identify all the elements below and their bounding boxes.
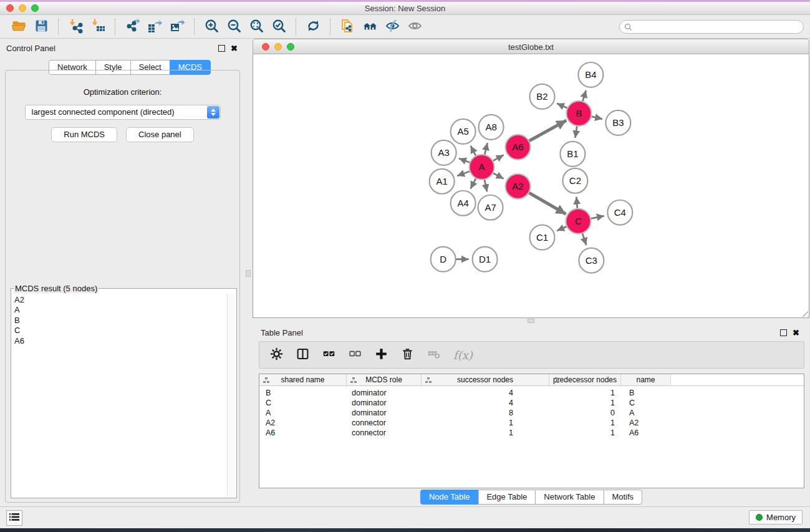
- table-row[interactable]: Bdominator41B: [259, 389, 804, 399]
- table-cell[interactable]: 4: [422, 389, 549, 399]
- zoom-selected-button[interactable]: [268, 17, 290, 36]
- table-cell[interactable]: 0: [549, 409, 621, 418]
- graph-edge-B-B1[interactable]: [575, 126, 577, 138]
- table-row[interactable]: A2connector11A2: [259, 418, 804, 428]
- tab-motifs[interactable]: Motifs: [603, 490, 642, 505]
- column-header-MCDS-role[interactable]: MCDS role: [347, 374, 422, 385]
- float-panel-icon[interactable]: [218, 45, 225, 52]
- search-input[interactable]: [632, 21, 803, 32]
- delete-column-button[interactable]: [401, 346, 414, 364]
- close-panel-icon[interactable]: ✖: [231, 45, 238, 52]
- graph-edge-A2-C[interactable]: [529, 193, 566, 214]
- show-column-button[interactable]: [296, 346, 309, 364]
- zoom-out-button[interactable]: [223, 17, 245, 36]
- result-item[interactable]: C: [14, 326, 224, 336]
- optimization-criterion-select[interactable]: largest connected component (directed): [25, 105, 221, 120]
- graph-edge-A-A4[interactable]: [471, 178, 476, 189]
- table-cell[interactable]: A6: [259, 428, 347, 438]
- graph-edge-B-B4[interactable]: [582, 90, 586, 102]
- column-header-predecessor-nodes[interactable]: predecessor nodes: [549, 374, 621, 385]
- graph-edge-B-B3[interactable]: [591, 117, 602, 119]
- delete-table-button[interactable]: [427, 346, 440, 364]
- hide-selected-button[interactable]: [381, 17, 403, 36]
- refresh-button[interactable]: [302, 17, 324, 36]
- graph-edge-C-C1[interactable]: [557, 226, 567, 231]
- table-cell[interactable]: 8: [422, 409, 549, 418]
- export-network-button[interactable]: [121, 17, 143, 36]
- table-cell[interactable]: A: [259, 409, 347, 418]
- open-file-button[interactable]: [7, 17, 30, 36]
- table-row[interactable]: A6connector11A6: [259, 428, 804, 438]
- close-panel-icon[interactable]: ✖: [793, 329, 799, 336]
- mcds-result-list[interactable]: A2 A B C A6: [12, 294, 226, 496]
- memory-button[interactable]: Memory: [749, 510, 803, 525]
- graph-edge-A-A8[interactable]: [485, 143, 487, 155]
- close-panel-button[interactable]: Close panel: [126, 127, 194, 142]
- export-table-button[interactable]: [143, 17, 166, 36]
- float-panel-icon[interactable]: [780, 329, 787, 336]
- tab-network-table[interactable]: Network Table: [535, 490, 604, 505]
- table-cell[interactable]: 1: [549, 428, 621, 438]
- show-all-button[interactable]: [403, 17, 426, 36]
- table-cell[interactable]: dominator: [347, 389, 422, 399]
- table-row[interactable]: Cdominator41C: [259, 399, 804, 409]
- vertical-splitter[interactable]: [244, 39, 253, 506]
- table-cell[interactable]: C: [621, 399, 671, 409]
- network-window-titlebar[interactable]: testGlobe.txt: [253, 39, 809, 54]
- table-cell[interactable]: B: [621, 389, 671, 399]
- select-all-button[interactable]: [322, 346, 335, 364]
- graph-edge-A-A7[interactable]: [485, 179, 487, 191]
- column-header-shared-name[interactable]: shared name: [259, 374, 347, 385]
- table-cell[interactable]: C: [259, 399, 347, 409]
- import-table-button[interactable]: [87, 17, 109, 36]
- horizontal-splitter[interactable]: [253, 318, 810, 324]
- create-column-button[interactable]: [375, 346, 388, 364]
- table-cell[interactable]: 1: [549, 418, 621, 428]
- table-cell[interactable]: 1: [549, 399, 621, 409]
- result-item[interactable]: A6: [14, 336, 224, 346]
- table-row[interactable]: Adominator80A: [259, 409, 804, 418]
- clone-network-button[interactable]: [336, 17, 359, 36]
- table-cell[interactable]: 1: [549, 389, 621, 399]
- graph-edge-B-B2[interactable]: [557, 104, 567, 109]
- column-header-name[interactable]: name: [621, 374, 671, 385]
- search-field[interactable]: [619, 20, 804, 34]
- table-cell[interactable]: B: [259, 389, 347, 399]
- graph-edge-A6-B[interactable]: [529, 120, 566, 141]
- first-neighbors-button[interactable]: [359, 17, 381, 36]
- table-cell[interactable]: A: [621, 409, 671, 418]
- task-history-button[interactable]: [6, 510, 22, 526]
- table-cell[interactable]: dominator: [347, 409, 422, 418]
- table-settings-button[interactable]: [270, 346, 283, 364]
- graph-edge-C-C4[interactable]: [591, 216, 604, 219]
- tab-edge-table[interactable]: Edge Table: [478, 490, 536, 505]
- result-scrollbar[interactable]: [227, 294, 236, 497]
- zoom-fit-button[interactable]: [245, 17, 268, 36]
- import-network-button[interactable]: [64, 17, 87, 36]
- splitter-handle[interactable]: [246, 270, 251, 277]
- table-cell[interactable]: A2: [621, 418, 671, 428]
- graph-edge-A-A3[interactable]: [459, 158, 470, 163]
- table-cell[interactable]: 1: [422, 428, 549, 438]
- unselect-all-button[interactable]: [349, 346, 362, 364]
- network-canvas[interactable]: B4B2BB3A5A8A6A3B1AA1C2A2A4A7C4CC1C3DD1: [253, 54, 809, 318]
- node-table[interactable]: shared nameMCDS rolesuccessor nodesprede…: [259, 374, 804, 488]
- export-image-button[interactable]: [166, 17, 188, 36]
- table-cell[interactable]: dominator: [347, 399, 422, 409]
- graph-edge-A-A2[interactable]: [493, 173, 503, 178]
- graph-edge-A-A5[interactable]: [471, 146, 476, 156]
- save-session-button[interactable]: [30, 17, 52, 36]
- graph-edge-A-A1[interactable]: [457, 172, 470, 176]
- zoom-in-button[interactable]: [200, 17, 223, 36]
- table-cell[interactable]: connector: [347, 418, 422, 428]
- result-item[interactable]: A: [14, 305, 224, 315]
- function-builder-button[interactable]: f(x): [453, 346, 473, 364]
- table-cell[interactable]: connector: [347, 428, 422, 438]
- graph-edge-C-C3[interactable]: [582, 233, 586, 245]
- table-cell[interactable]: 1: [422, 418, 549, 428]
- column-header-successor-nodes[interactable]: successor nodes: [422, 374, 549, 385]
- graph-edge-C-C2[interactable]: [576, 197, 577, 209]
- result-item[interactable]: B: [14, 316, 224, 326]
- table-cell[interactable]: A2: [259, 418, 347, 428]
- result-item[interactable]: A2: [14, 295, 224, 305]
